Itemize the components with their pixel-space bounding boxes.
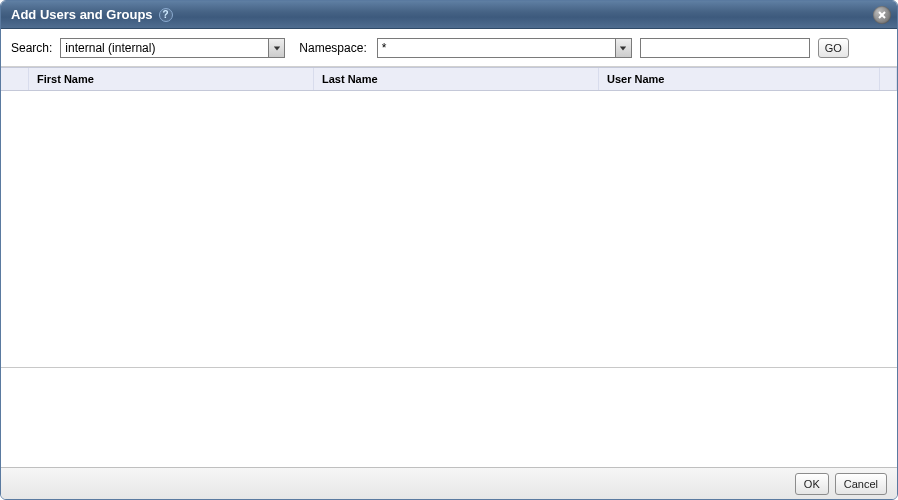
column-last-name[interactable]: Last Name	[314, 68, 599, 90]
dialog-title: Add Users and Groups	[11, 7, 153, 22]
help-icon[interactable]: ?	[159, 8, 173, 22]
chevron-down-icon	[268, 39, 284, 57]
namespace-label: Namespace:	[299, 41, 366, 55]
ok-button[interactable]: OK	[795, 473, 829, 495]
column-user-name[interactable]: User Name	[599, 68, 879, 90]
search-input[interactable]	[640, 38, 810, 58]
namespace-dropdown-value: *	[378, 41, 615, 55]
search-dropdown-value: internal (internal)	[61, 41, 268, 55]
titlebar: Add Users and Groups ?	[1, 1, 897, 29]
chevron-down-icon	[615, 39, 631, 57]
select-all-column[interactable]	[1, 68, 29, 90]
svg-marker-3	[620, 46, 626, 50]
cancel-button[interactable]: Cancel	[835, 473, 887, 495]
column-first-name[interactable]: First Name	[29, 68, 314, 90]
namespace-dropdown[interactable]: *	[377, 38, 632, 58]
close-icon[interactable]	[873, 6, 891, 24]
results-table: First Name Last Name User Name	[1, 67, 897, 467]
table-body	[1, 91, 897, 367]
column-end	[879, 68, 897, 90]
go-button[interactable]: GO	[818, 38, 849, 58]
dialog: Add Users and Groups ? Search: internal …	[0, 0, 898, 500]
selection-panel	[1, 367, 897, 467]
table-header: First Name Last Name User Name	[1, 67, 897, 91]
search-toolbar: Search: internal (internal) Namespace: *…	[1, 29, 897, 67]
dialog-footer: OK Cancel	[1, 467, 897, 499]
search-dropdown[interactable]: internal (internal)	[60, 38, 285, 58]
svg-marker-2	[274, 46, 280, 50]
search-label: Search:	[11, 41, 52, 55]
